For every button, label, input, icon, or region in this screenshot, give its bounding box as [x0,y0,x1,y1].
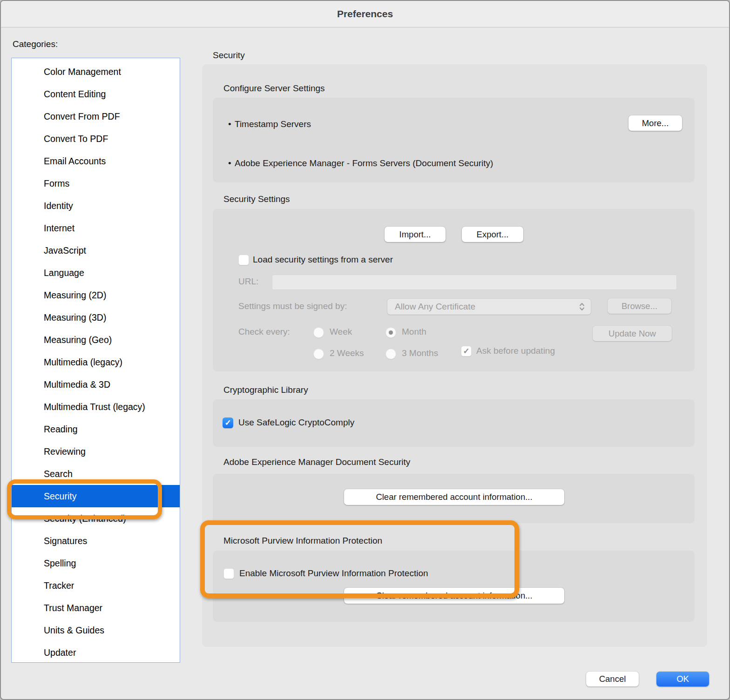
bullet-icon: • [228,119,235,129]
cryptographic-library-box: ✓ Use SafeLogic CryptoComply [213,399,695,447]
check-every-label: Check every: [238,327,290,337]
configure-server-box: •Timestamp Servers More... •Adobe Experi… [213,98,695,182]
title-bar: Preferences [1,1,729,27]
section-title-configure-server: Configure Server Settings [223,83,325,94]
load-settings-checkbox[interactable] [238,255,249,265]
preferences-window: Preferences Categories: Color Management… [0,0,730,700]
url-input[interactable] [272,275,677,290]
sidebar-item-signatures[interactable]: Signatures [12,530,180,552]
purview-clear-account-button[interactable]: Clear remembered account information... [344,588,564,604]
cancel-button[interactable]: Cancel [586,672,639,687]
export-button[interactable]: Export... [462,227,523,242]
bullet-icon: • [228,158,235,168]
url-label: URL: [238,276,258,287]
check-icon: ✓ [463,346,469,356]
sidebar-item-spelling[interactable]: Spelling [12,552,180,574]
sidebar-item-measuring-2d[interactable]: Measuring (2D) [12,284,180,306]
signed-by-value: Allow Any Certificate [395,302,579,312]
section-title-purview: Microsoft Purview Information Protection [223,536,382,546]
use-safelogic-label: Use SafeLogic CryptoComply [238,417,354,428]
sidebar-item-reviewing[interactable]: Reviewing [12,440,180,463]
radio-3-months[interactable] [385,349,396,359]
categories-list[interactable]: Color ManagementContent EditingConvert F… [11,58,180,663]
radio-2-weeks[interactable] [313,349,324,359]
timestamp-servers-label: Timestamp Servers [235,119,311,129]
sidebar-item-reading[interactable]: Reading [12,418,180,440]
stepper-icon [579,301,585,312]
radio-month-label: Month [402,327,426,337]
aem-forms-label: Adobe Experience Manager - Forms Servers… [235,158,493,168]
panel-title: Security [213,50,245,61]
section-title-cryptographic-library: Cryptographic Library [223,385,308,395]
use-safelogic-checkbox[interactable]: ✓ [223,417,233,428]
purview-box: Enable Microsoft Purview Information Pro… [213,551,695,622]
radio-week[interactable] [313,327,324,338]
signed-by-select[interactable]: Allow Any Certificate [387,299,591,315]
update-now-button[interactable]: Update Now [593,326,672,341]
categories-label: Categories: [13,39,58,49]
sidebar-item-multimedia-3d[interactable]: Multimedia & 3D [12,373,180,396]
security-settings-box: Import... Export... Load security settin… [213,209,695,371]
sidebar-item-convert-to-pdf[interactable]: Convert To PDF [12,128,180,150]
sidebar-item-updater[interactable]: Updater [12,641,180,663]
sidebar-item-tracker[interactable]: Tracker [12,574,180,597]
sidebar-item-internet[interactable]: Internet [12,217,180,239]
radio-month[interactable] [385,327,396,338]
browse-button[interactable]: Browse... [608,298,671,314]
check-icon: ✓ [224,418,231,428]
enable-purview-label: Enable Microsoft Purview Information Pro… [239,568,428,579]
sidebar-item-javascript[interactable]: JavaScript [12,239,180,262]
sidebar-item-measuring-geo[interactable]: Measuring (Geo) [12,329,180,351]
ok-button[interactable]: OK [656,672,709,687]
enable-purview-checkbox[interactable] [223,568,234,579]
radio-3-months-label: 3 Months [402,348,438,358]
window-title: Preferences [337,8,393,20]
sidebar-item-measuring-3d[interactable]: Measuring (3D) [12,306,180,329]
sidebar-item-units-guides[interactable]: Units & Guides [12,619,180,641]
radio-week-label: Week [330,327,352,337]
signed-by-label: Settings must be signed by: [238,301,347,311]
aem-forms-item: •Adobe Experience Manager - Forms Server… [228,158,493,168]
sidebar-item-color-management[interactable]: Color Management [12,61,180,83]
section-title-aem-document-security: Adobe Experience Manager Document Securi… [223,457,410,467]
import-button[interactable]: Import... [385,227,446,242]
section-title-security-settings: Security Settings [223,194,290,204]
sidebar-item-language[interactable]: Language [12,262,180,284]
aem-clear-account-button[interactable]: Clear remembered account information... [344,489,564,505]
sidebar-item-email-accounts[interactable]: Email Accounts [12,150,180,172]
sidebar-item-search[interactable]: Search [12,463,180,485]
sidebar-item-forms[interactable]: Forms [12,172,180,195]
ask-before-updating-label: Ask before updating [476,346,555,356]
sidebar-item-multimedia-legacy[interactable]: Multimedia (legacy) [12,351,180,373]
sidebar-item-identity[interactable]: Identity [12,195,180,217]
radio-2-weeks-label: 2 Weeks [330,348,364,358]
ask-before-updating-checkbox[interactable]: ✓ [461,346,472,357]
load-settings-label: Load security settings from a server [253,255,393,265]
sidebar-item-security-enhanced[interactable]: Security (Enhanced) [12,507,180,530]
sidebar-item-trust-manager[interactable]: Trust Manager [12,597,180,619]
timestamp-servers-item: •Timestamp Servers [228,119,311,129]
aem-document-security-box: Clear remembered account information... [213,474,695,523]
sidebar-item-security[interactable]: Security [12,485,180,507]
sidebar-item-multimedia-trust-legacy[interactable]: Multimedia Trust (legacy) [12,396,180,418]
sidebar-item-content-editing[interactable]: Content Editing [12,83,180,105]
sidebar-item-convert-from-pdf[interactable]: Convert From PDF [12,105,180,128]
more-button[interactable]: More... [629,115,682,131]
